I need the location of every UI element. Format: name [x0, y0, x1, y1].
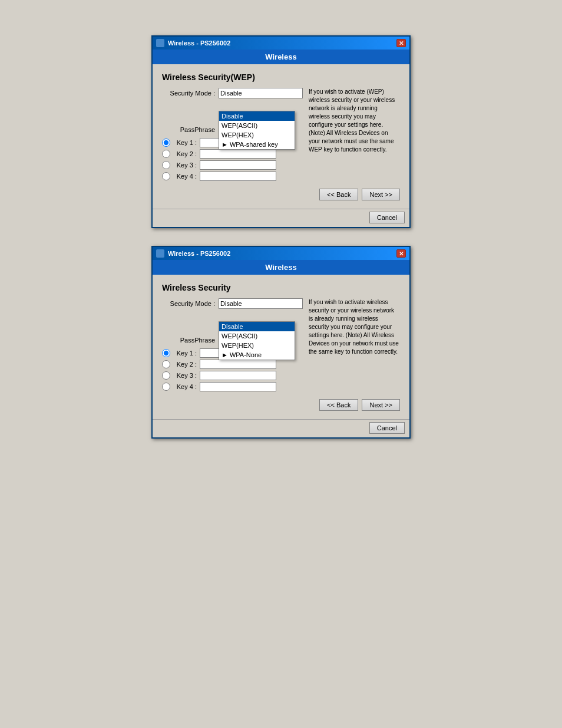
title-bar-title-1: Wireless - PS256002 — [156, 39, 230, 47]
dialog-wireless: Wireless - PS256002 ✕ Wireless Wireless … — [151, 246, 411, 439]
info-panel-2: If you wish to activate wireless securit… — [309, 298, 400, 393]
key1-label-2: Key 1 : — [172, 350, 197, 357]
header-bar-2: Wireless — [153, 260, 409, 275]
key2-label-2: Key 2 : — [172, 361, 197, 368]
dropdown-item-wep-hex-1[interactable]: WEP(HEX) — [219, 130, 295, 140]
dropdown-item-disable-2[interactable]: Disable — [219, 322, 295, 331]
title-text-2: Wireless - PS256002 — [168, 250, 230, 257]
info-panel-1: If you wish to activate (WEP) wireless s… — [309, 88, 400, 183]
header-bar-1: Wireless — [153, 50, 409, 64]
cancel-row-1: Cancel — [153, 209, 409, 227]
button-row-1: << Back Next >> — [162, 189, 400, 200]
security-mode-dropdown-wrapper-1: Disable WEP(ASCII) WEP(HEX) WPA-shared k… — [219, 88, 303, 98]
security-mode-dropdown-wrapper-2: Disable WEP(ASCII) WEP(HEX) WPA-None — [219, 298, 303, 309]
key-row-4-2: Key 4 : — [162, 382, 303, 391]
passphrase-label-1: PassPhrase — [162, 126, 215, 133]
key4-input-2[interactable] — [200, 382, 276, 391]
section-title-1: Wireless Security(WEP) — [162, 73, 400, 82]
key4-label-2: Key 4 : — [172, 383, 197, 390]
key3-radio-2[interactable] — [162, 371, 170, 380]
security-mode-row-1: Security Mode : Disable WEP(ASCII) WEP(H… — [162, 88, 303, 98]
key4-label-1: Key 4 : — [172, 173, 197, 180]
key-row-2-1: Key 2 : — [162, 149, 303, 159]
dropdown-item-wep-ascii-1[interactable]: WEP(ASCII) — [219, 121, 295, 130]
key3-radio-1[interactable] — [162, 161, 170, 169]
next-button-2[interactable]: Next >> — [362, 399, 400, 411]
key1-radio-1[interactable] — [162, 139, 170, 147]
wireless-icon-1 — [156, 39, 164, 47]
button-row-2: << Back Next >> — [162, 399, 400, 411]
security-mode-label-2: Security Mode : — [162, 300, 215, 307]
form-left-1: Security Mode : Disable WEP(ASCII) WEP(H… — [162, 88, 303, 183]
dropdown-item-disable-1[interactable]: Disable — [219, 111, 295, 121]
form-area-2: Security Mode : Disable WEP(ASCII) WEP(H… — [162, 298, 400, 393]
key3-label-1: Key 3 : — [172, 162, 197, 169]
key2-radio-1[interactable] — [162, 150, 170, 158]
key1-label-1: Key 1 : — [172, 139, 197, 146]
passphrase-label-2: PassPhrase — [162, 337, 215, 344]
next-button-1[interactable]: Next >> — [362, 189, 400, 200]
key4-radio-2[interactable] — [162, 383, 170, 391]
cancel-button-2[interactable]: Cancel — [369, 422, 405, 434]
key1-radio-2[interactable] — [162, 349, 170, 357]
dropdown-open-1: Disable WEP(ASCII) WEP(HEX) ► WPA-shared… — [219, 111, 295, 150]
key2-input-1[interactable] — [200, 149, 276, 159]
close-button-1[interactable]: ✕ — [396, 39, 406, 47]
security-mode-select-2[interactable]: Disable WEP(ASCII) WEP(HEX) WPA-None — [219, 298, 303, 309]
key4-radio-1[interactable] — [162, 172, 170, 180]
wireless-icon-2 — [156, 249, 164, 258]
header-title-2: Wireless — [265, 263, 296, 272]
dropdown-item-wpa-shared-1[interactable]: ► WPA-shared key — [219, 140, 295, 149]
key4-input-1[interactable] — [200, 172, 276, 181]
close-button-2[interactable]: ✕ — [396, 249, 406, 258]
dropdown-item-wpa-none-2[interactable]: ► WPA-None — [219, 350, 295, 360]
key-row-4-1: Key 4 : — [162, 172, 303, 181]
key3-input-1[interactable] — [200, 160, 276, 170]
dropdown-item-wep-hex-2[interactable]: WEP(HEX) — [219, 341, 295, 350]
back-button-1[interactable]: << Back — [319, 189, 358, 200]
security-mode-select-1[interactable]: Disable WEP(ASCII) WEP(HEX) WPA-shared k… — [219, 88, 303, 98]
dropdown-item-wep-ascii-2[interactable]: WEP(ASCII) — [219, 331, 295, 341]
dropdown-open-2: Disable WEP(ASCII) WEP(HEX) ► WPA-None — [219, 321, 295, 360]
cancel-button-1[interactable]: Cancel — [369, 212, 405, 223]
header-title-1: Wireless — [265, 52, 296, 61]
security-mode-label-1: Security Mode : — [162, 90, 215, 97]
title-bar-1: Wireless - PS256002 ✕ — [153, 37, 409, 50]
security-mode-row-2: Security Mode : Disable WEP(ASCII) WEP(H… — [162, 298, 303, 309]
info-text-1: If you wish to activate (WEP) wireless s… — [309, 88, 395, 153]
cancel-row-2: Cancel — [153, 419, 409, 437]
title-text-1: Wireless - PS256002 — [168, 39, 230, 47]
form-area-1: Security Mode : Disable WEP(ASCII) WEP(H… — [162, 88, 400, 183]
key2-radio-2[interactable] — [162, 360, 170, 368]
back-button-2[interactable]: << Back — [319, 399, 358, 411]
key2-label-1: Key 2 : — [172, 150, 197, 157]
info-text-2: If you wish to activate wireless securit… — [309, 299, 399, 355]
key2-input-2[interactable] — [200, 360, 276, 369]
title-bar-2: Wireless - PS256002 ✕ — [153, 247, 409, 260]
dialog-wep: Wireless - PS256002 ✕ Wireless Wireless … — [151, 35, 411, 228]
form-left-2: Security Mode : Disable WEP(ASCII) WEP(H… — [162, 298, 303, 393]
dialog-body-1: Wireless Security(WEP) Security Mode : D… — [153, 64, 409, 206]
key-row-2-2: Key 2 : — [162, 360, 303, 369]
section-title-2: Wireless Security — [162, 283, 400, 292]
key-row-3-2: Key 3 : — [162, 371, 303, 380]
key3-input-2[interactable] — [200, 371, 276, 380]
key3-label-2: Key 3 : — [172, 372, 197, 379]
title-bar-title-2: Wireless - PS256002 — [156, 249, 230, 258]
dialog-body-2: Wireless Security Security Mode : Disabl… — [153, 275, 409, 417]
key-row-3-1: Key 3 : — [162, 160, 303, 170]
